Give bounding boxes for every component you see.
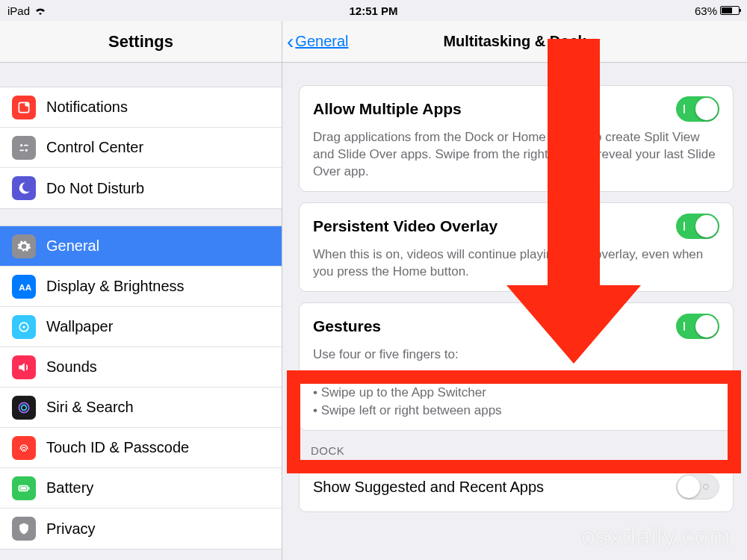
setting-show-suggested-recent-apps: Show Suggested and Recent Apps bbox=[299, 461, 734, 512]
setting-allow-multiple-apps: Allow Multiple Apps Drag applications fr… bbox=[299, 85, 734, 192]
setting-persistent-video-overlay: Persistent Video Overlay When this is on… bbox=[299, 202, 734, 292]
sidebar-item-display-brightness[interactable]: AA Display & Brightness bbox=[0, 267, 282, 307]
sidebar-item-sounds[interactable]: Sounds bbox=[0, 347, 282, 388]
setting-title: Allow Multiple Apps bbox=[313, 100, 462, 118]
dock-section-header: DOCK bbox=[311, 444, 734, 457]
sidebar-item-label: Display & Brightness bbox=[46, 278, 185, 295]
battery-icon bbox=[12, 476, 36, 500]
gestures-lead: Use four or five fingers to: bbox=[313, 346, 719, 364]
svg-point-8 bbox=[22, 326, 25, 328]
sidebar-item-battery[interactable]: Battery bbox=[0, 468, 282, 508]
sidebar-item-label: Wallpaper bbox=[46, 318, 113, 335]
svg-rect-13 bbox=[20, 487, 26, 489]
detail-title: Multitasking & Dock bbox=[443, 33, 586, 50]
sidebar-item-privacy[interactable]: Privacy bbox=[0, 508, 282, 549]
status-bar: iPad 12:51 PM 63% bbox=[0, 0, 747, 21]
toggle-persistent-video-overlay[interactable] bbox=[676, 214, 719, 239]
sidebar-item-label: Privacy bbox=[46, 520, 96, 538]
wallpaper-icon bbox=[12, 315, 36, 339]
fingerprint-icon bbox=[12, 436, 36, 460]
svg-point-2 bbox=[20, 144, 22, 146]
wifi-icon bbox=[34, 4, 46, 17]
gear-icon bbox=[12, 234, 36, 258]
sidebar-item-label: Notifications bbox=[46, 99, 128, 116]
toggle-gestures[interactable] bbox=[676, 314, 719, 339]
moon-icon bbox=[12, 176, 36, 200]
control-center-icon bbox=[12, 136, 36, 160]
svg-point-10 bbox=[22, 405, 27, 410]
back-label: General bbox=[295, 33, 348, 50]
sidebar-item-label: Control Center bbox=[46, 139, 143, 156]
svg-text:AA: AA bbox=[19, 282, 31, 292]
sounds-icon bbox=[12, 355, 36, 379]
notifications-icon bbox=[12, 96, 36, 119]
device-label: iPad bbox=[7, 4, 30, 17]
sidebar-item-label: Battery bbox=[46, 479, 93, 497]
settings-sidebar: Settings Notifications Control Center Do… bbox=[0, 21, 282, 560]
gestures-bullet: • Swipe up to the App Switcher bbox=[313, 384, 719, 402]
sidebar-item-label: General bbox=[46, 237, 99, 255]
setting-title: Persistent Video Overlay bbox=[313, 217, 498, 235]
svg-rect-12 bbox=[28, 487, 30, 489]
sidebar-item-siri-search[interactable]: Siri & Search bbox=[0, 388, 282, 428]
setting-description: Drag applications from the Dock or Home … bbox=[313, 129, 719, 181]
sidebar-item-general[interactable]: General bbox=[0, 226, 282, 267]
setting-gestures: Gestures Use four or five fingers to: • … bbox=[299, 302, 734, 431]
detail-header: ‹ General Multitasking & Dock bbox=[282, 21, 747, 63]
battery-percent: 63% bbox=[695, 4, 717, 17]
svg-rect-3 bbox=[24, 144, 28, 146]
gestures-bullet: • Pinch to the Home Screen bbox=[313, 367, 719, 385]
sidebar-item-label: Do Not Disturb bbox=[46, 180, 144, 197]
detail-pane: ‹ General Multitasking & Dock Allow Mult… bbox=[282, 21, 747, 560]
toggle-show-suggested-recent-apps[interactable] bbox=[676, 474, 719, 500]
sidebar-item-do-not-disturb[interactable]: Do Not Disturb bbox=[0, 168, 282, 208]
sidebar-header: Settings bbox=[0, 21, 282, 63]
sidebar-item-touch-id-passcode[interactable]: Touch ID & Passcode bbox=[0, 428, 282, 468]
gestures-bullet: • Swipe left or right between apps bbox=[313, 402, 719, 420]
sidebar-item-label: Touch ID & Passcode bbox=[46, 439, 189, 456]
privacy-icon bbox=[12, 517, 36, 541]
svg-point-4 bbox=[25, 149, 28, 151]
setting-title: Gestures bbox=[313, 317, 381, 335]
sidebar-item-label: Sounds bbox=[46, 358, 97, 376]
svg-point-1 bbox=[25, 102, 29, 106]
siri-icon bbox=[12, 396, 36, 420]
sidebar-title: Settings bbox=[108, 32, 173, 52]
clock: 12:51 PM bbox=[349, 4, 397, 17]
sidebar-item-notifications[interactable]: Notifications bbox=[0, 87, 282, 128]
display-icon: AA bbox=[12, 275, 36, 299]
battery-icon bbox=[720, 6, 740, 15]
back-button[interactable]: ‹ General bbox=[287, 21, 348, 62]
sidebar-item-wallpaper[interactable]: Wallpaper bbox=[0, 307, 282, 347]
chevron-left-icon: ‹ bbox=[287, 31, 294, 52]
toggle-allow-multiple-apps[interactable] bbox=[676, 96, 719, 122]
svg-rect-5 bbox=[19, 149, 24, 151]
sidebar-item-label: Siri & Search bbox=[46, 399, 134, 416]
setting-title: Show Suggested and Recent Apps bbox=[313, 479, 544, 496]
svg-point-9 bbox=[19, 402, 28, 412]
sidebar-item-control-center[interactable]: Control Center bbox=[0, 128, 282, 168]
setting-description: When this is on, videos will continue pl… bbox=[313, 246, 719, 281]
